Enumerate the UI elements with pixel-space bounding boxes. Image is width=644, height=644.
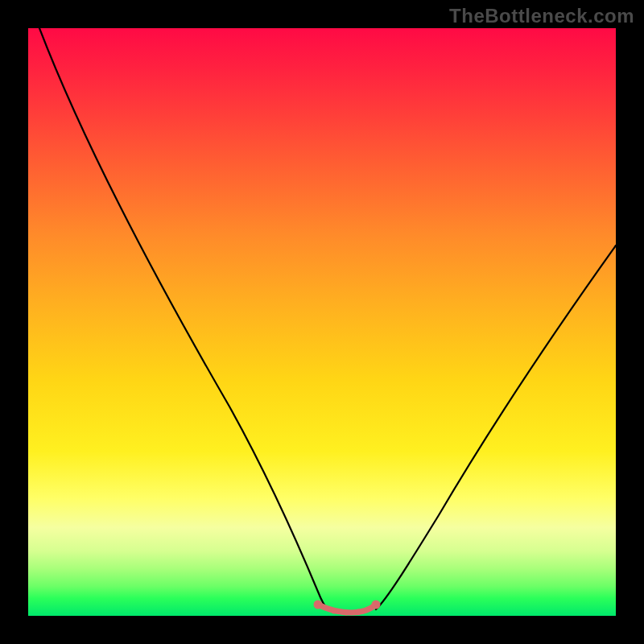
trough-endpoint-right: [372, 601, 381, 609]
plot-area: [28, 28, 616, 616]
trough-bump: [356, 609, 361, 615]
trough-bump: [344, 610, 349, 616]
watermark-text: TheBottleneck.com: [449, 5, 634, 27]
trough-bump: [332, 609, 337, 614]
curve-right-branch: [376, 246, 616, 609]
trough-endpoint-left: [314, 601, 323, 609]
chart-frame: TheBottleneck.com: [0, 0, 644, 644]
bottleneck-curve: [28, 28, 616, 616]
curve-left-branch: [39, 28, 328, 609]
